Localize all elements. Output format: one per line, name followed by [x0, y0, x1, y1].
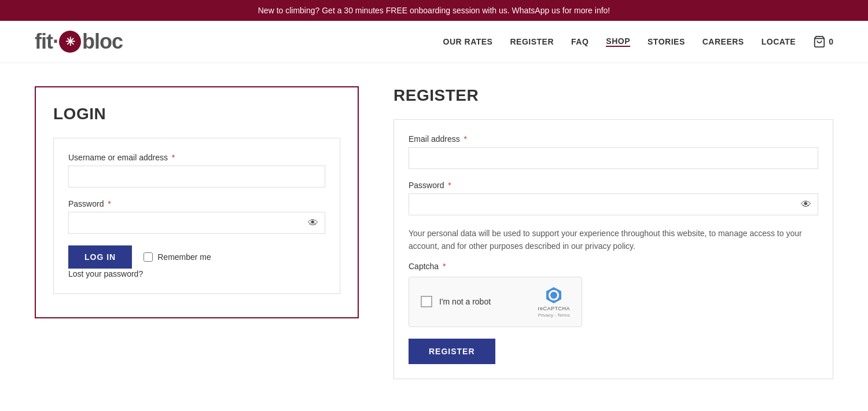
top-banner: New to climbing? Get a 30 minutes FREE o…	[0, 0, 868, 21]
nav-careers[interactable]: CAREERS	[703, 37, 744, 46]
reg-email-required: *	[464, 134, 467, 144]
password-field-group: Password * 👁	[68, 199, 325, 234]
login-title: LOGIN	[53, 105, 340, 123]
main-content: LOGIN Username or email address * Passwo…	[0, 63, 868, 402]
register-form-card: Email address * Password * 👁 Your person…	[393, 119, 833, 379]
captcha-required: *	[443, 262, 446, 271]
register-title: REGISTER	[393, 86, 833, 105]
nav-stories[interactable]: STORIES	[648, 37, 685, 46]
logo-part1: fit	[35, 30, 53, 54]
nav-locate[interactable]: LOCATE	[762, 37, 796, 46]
captcha-text: I'm not a robot	[439, 297, 491, 306]
recaptcha-branding: reCAPTCHA Privacy - Terms	[538, 286, 570, 318]
reg-email-input[interactable]	[409, 147, 818, 169]
reg-password-label: Password *	[409, 181, 818, 190]
captcha-checkbox[interactable]	[421, 296, 432, 307]
nav-shop[interactable]: SHOP	[606, 36, 630, 47]
recaptcha-links-text: Privacy - Terms	[538, 313, 570, 318]
login-row: LOG IN Remember me	[68, 245, 325, 269]
toggle-password-icon[interactable]: 👁	[308, 217, 318, 229]
recaptcha-logo-icon	[545, 286, 563, 304]
cart-count: 0	[829, 37, 833, 46]
password-input[interactable]	[68, 212, 325, 234]
recaptcha-brand-text: reCAPTCHA	[538, 306, 570, 311]
header: fit · ✳ bloc OUR RATES REGISTER FAQ SHOP…	[0, 21, 868, 63]
reg-toggle-password-icon[interactable]: 👁	[801, 199, 811, 211]
reg-email-label: Email address *	[409, 134, 818, 144]
register-button[interactable]: REGISTER	[409, 339, 495, 364]
username-input[interactable]	[68, 166, 325, 188]
logo[interactable]: fit · ✳ bloc	[35, 30, 123, 54]
remember-me-label: Remember me	[144, 252, 211, 262]
reg-password-field-group: Password * 👁	[409, 181, 818, 215]
captcha-label: Captcha *	[409, 262, 818, 271]
nav-faq[interactable]: FAQ	[571, 37, 589, 46]
password-required: *	[108, 199, 111, 208]
main-nav: OUR RATES REGISTER FAQ SHOP STORIES CARE…	[443, 35, 833, 48]
banner-text: New to climbing? Get a 30 minutes FREE o…	[258, 6, 610, 15]
logo-dot: ✳	[59, 31, 81, 53]
password-label: Password *	[68, 199, 325, 208]
cart-button[interactable]: 0	[813, 35, 833, 48]
remember-me-checkbox[interactable]	[144, 252, 153, 262]
login-section: LOGIN Username or email address * Passwo…	[35, 86, 359, 318]
reg-password-wrapper: 👁	[409, 193, 818, 215]
username-required: *	[172, 153, 175, 162]
username-field-group: Username or email address *	[68, 153, 325, 188]
lost-password-link[interactable]: Lost your password?	[68, 269, 143, 278]
privacy-text: Your personal data will be used to suppo…	[409, 227, 818, 253]
register-section: REGISTER Email address * Password * 👁	[393, 86, 833, 379]
logo-part2: bloc	[82, 30, 123, 54]
reg-password-input[interactable]	[409, 193, 818, 215]
nav-our-rates[interactable]: OUR RATES	[443, 37, 493, 46]
nav-register[interactable]: REGISTER	[510, 37, 554, 46]
captcha-left: I'm not a robot	[421, 296, 491, 307]
login-button[interactable]: LOG IN	[68, 245, 132, 269]
cart-icon	[813, 35, 826, 48]
username-label: Username or email address *	[68, 153, 325, 162]
login-form-card: Username or email address * Password * 👁…	[53, 138, 340, 294]
reg-email-field-group: Email address *	[409, 134, 818, 169]
password-wrapper: 👁	[68, 212, 325, 234]
captcha-box: I'm not a robot reCAPTCHA Privacy - Term…	[409, 277, 582, 327]
reg-password-required: *	[448, 181, 451, 190]
